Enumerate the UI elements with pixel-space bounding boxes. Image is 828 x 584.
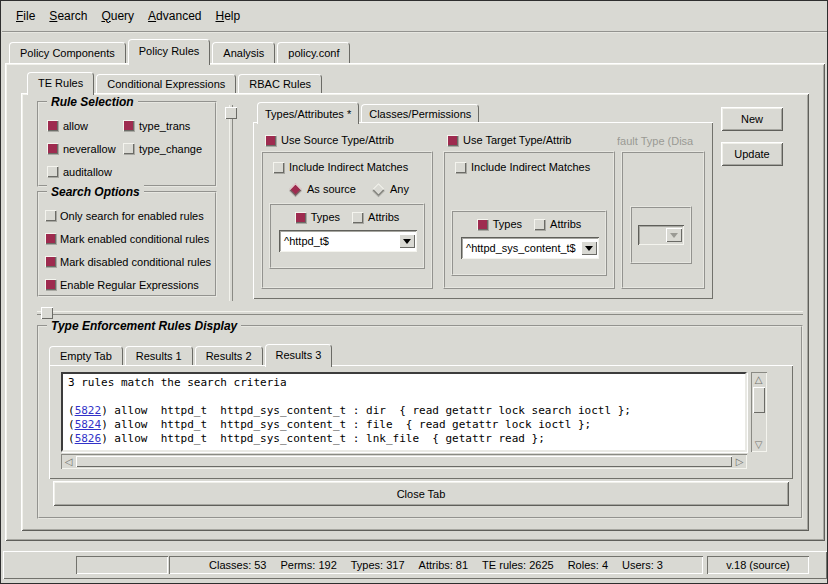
tab-policy-conf[interactable]: policy.conf xyxy=(277,42,350,63)
target-frame: Include Indirect Matches Types Attribs ^… xyxy=(443,151,615,289)
checkbox-indicator xyxy=(447,135,458,146)
checkbox-label: Only search for enabled rules xyxy=(60,210,204,222)
checkbox-indicator xyxy=(455,162,466,173)
target-indirect-checkbox[interactable]: Include Indirect Matches xyxy=(455,161,613,173)
tab-label: Analysis xyxy=(223,47,264,59)
tab-analysis[interactable]: Analysis xyxy=(212,42,275,63)
rule-id-link[interactable]: 5826 xyxy=(75,432,102,445)
checkbox-label: Types xyxy=(311,211,340,223)
tab-label: Empty Tab xyxy=(60,350,112,362)
checkbox-allow[interactable]: allow xyxy=(47,120,123,132)
combobox-dropdown-button xyxy=(666,228,682,242)
checkbox-indicator xyxy=(265,135,276,146)
tab-label: Types/Attributes * xyxy=(265,108,351,120)
tab-label: Results 1 xyxy=(136,350,182,362)
target-types-checkbox[interactable]: Types xyxy=(477,218,522,230)
tab-types-attributes[interactable]: Types/Attributes * xyxy=(257,102,359,124)
results-textarea[interactable]: 3 rules match the search criteria (5822)… xyxy=(61,372,747,452)
tab-results-3[interactable]: Results 3 xyxy=(265,344,333,367)
combobox-value: ^httpd_sys_content_t$ xyxy=(463,242,581,254)
radio-label: As source xyxy=(307,183,356,195)
checkbox-indicator xyxy=(273,162,284,173)
rule-id-link[interactable]: 5822 xyxy=(75,404,102,417)
tab-empty[interactable]: Empty Tab xyxy=(49,346,123,365)
checkbox-mark-disabled-conditional[interactable]: Mark disabled conditional rules xyxy=(45,256,215,268)
target-types-frame: Types Attribs ^httpd_sys_content_t$ xyxy=(451,210,607,276)
combobox-dropdown-button[interactable] xyxy=(399,234,415,248)
source-type-combobox[interactable]: ^httpd_t$ xyxy=(279,230,417,252)
update-button[interactable]: Update xyxy=(721,142,783,166)
checkbox-only-enabled-rules[interactable]: Only search for enabled rules xyxy=(45,210,215,222)
close-tab-button[interactable]: Close Tab xyxy=(53,481,789,506)
menu-query[interactable]: Query xyxy=(101,9,134,23)
rule-selection-group: Rule Selection allow type_trans neverall… xyxy=(37,101,217,187)
scrollbar-thumb[interactable] xyxy=(76,456,732,467)
menu-search[interactable]: Search xyxy=(49,9,87,23)
scroll-right-icon[interactable]: ▷ xyxy=(732,454,747,469)
checkbox-mark-enabled-conditional[interactable]: Mark enabled conditional rules xyxy=(45,233,215,245)
checkbox-indicator xyxy=(123,120,134,131)
chevron-down-icon xyxy=(670,233,678,238)
checkbox-neverallow[interactable]: neverallow xyxy=(47,143,123,155)
combobox-dropdown-button[interactable] xyxy=(581,241,597,255)
tab-policy-rules[interactable]: Policy Rules xyxy=(128,39,211,65)
checkbox-indicator xyxy=(47,143,58,154)
vertical-sash[interactable] xyxy=(229,105,233,301)
checkbox-indicator xyxy=(45,210,56,221)
use-source-type-checkbox[interactable]: Use Source Type/Attrib xyxy=(265,134,394,146)
checkbox-label: Types xyxy=(493,218,522,230)
horizontal-sash-grip[interactable] xyxy=(41,307,53,319)
menu-file[interactable]: File xyxy=(16,9,35,23)
tab-conditional-expressions[interactable]: Conditional Expressions xyxy=(96,74,236,93)
target-type-combobox[interactable]: ^httpd_sys_content_t$ xyxy=(461,237,599,259)
checkbox-enable-regex[interactable]: Enable Regular Expressions xyxy=(45,279,215,291)
tab-label: Policy Rules xyxy=(139,45,200,57)
tab-label: policy.conf xyxy=(288,47,339,59)
scroll-up-icon[interactable]: △ xyxy=(751,372,766,387)
search-options-group: Search Options Only search for enabled r… xyxy=(37,191,217,297)
checkbox-type-change[interactable]: type_change xyxy=(123,143,215,155)
checkbox-type-trans[interactable]: type_trans xyxy=(123,120,215,132)
scroll-left-icon[interactable]: ◁ xyxy=(61,454,76,469)
checkbox-auditallow[interactable]: auditallow xyxy=(47,166,123,178)
scrollbar-trough[interactable] xyxy=(751,413,767,437)
source-types-checkbox[interactable]: Types xyxy=(295,211,340,223)
menu-advanced[interactable]: Advanced xyxy=(148,9,201,23)
radio-as-source[interactable]: As source xyxy=(289,183,356,195)
status-version-box: v.18 (source) xyxy=(707,556,809,574)
radio-any[interactable]: Any xyxy=(372,183,409,195)
button-label: New xyxy=(741,113,763,125)
target-attribs-checkbox[interactable]: Attribs xyxy=(534,218,581,230)
vertical-sash-grip[interactable] xyxy=(225,107,237,119)
blank-line xyxy=(68,390,740,404)
source-attribs-checkbox[interactable]: Attribs xyxy=(352,211,399,223)
source-indirect-checkbox[interactable]: Include Indirect Matches xyxy=(273,161,431,173)
combobox-value: ^httpd_t$ xyxy=(281,235,399,247)
radio-indicator xyxy=(372,183,385,196)
results-horizontal-scrollbar[interactable]: ◁ ▷ xyxy=(61,454,747,469)
new-button[interactable]: New xyxy=(721,107,783,131)
status-bar: Classes: 53 Perms: 192 Types: 317 Attrib… xyxy=(3,551,827,579)
rule-line: (5826) allow httpd_t httpd_sys_content_t… xyxy=(68,432,740,446)
horizontal-sash[interactable] xyxy=(37,311,803,315)
tab-label: Conditional Expressions xyxy=(107,78,225,90)
tab-te-rules[interactable]: TE Rules xyxy=(27,72,94,95)
scroll-down-icon[interactable]: ▽ xyxy=(751,437,766,452)
rules-tabstrip: TE Rules Conditional Expressions RBAC Ru… xyxy=(27,71,322,93)
rule-id-link[interactable]: 5824 xyxy=(75,418,102,431)
stat-perms: Perms: 192 xyxy=(281,559,337,571)
tab-results-2[interactable]: Results 2 xyxy=(195,346,263,365)
stat-users: Users: 3 xyxy=(622,559,663,571)
checkbox-indicator xyxy=(45,279,56,290)
tab-results-1[interactable]: Results 1 xyxy=(125,346,193,365)
scrollbar-thumb[interactable] xyxy=(753,387,765,413)
stat-roles: Roles: 4 xyxy=(568,559,608,571)
use-target-type-checkbox[interactable]: Use Target Type/Attrib xyxy=(447,134,571,146)
source-types-frame: Types Attribs ^httpd_t$ xyxy=(269,203,425,269)
tab-rbac-rules[interactable]: RBAC Rules xyxy=(238,74,322,93)
menu-help[interactable]: Help xyxy=(215,9,240,23)
tab-policy-components[interactable]: Policy Components xyxy=(9,42,126,63)
tab-classes-permissions[interactable]: Classes/Permissions xyxy=(361,104,479,122)
tab-label: RBAC Rules xyxy=(249,78,311,90)
results-vertical-scrollbar[interactable]: △ ▽ xyxy=(751,372,767,452)
